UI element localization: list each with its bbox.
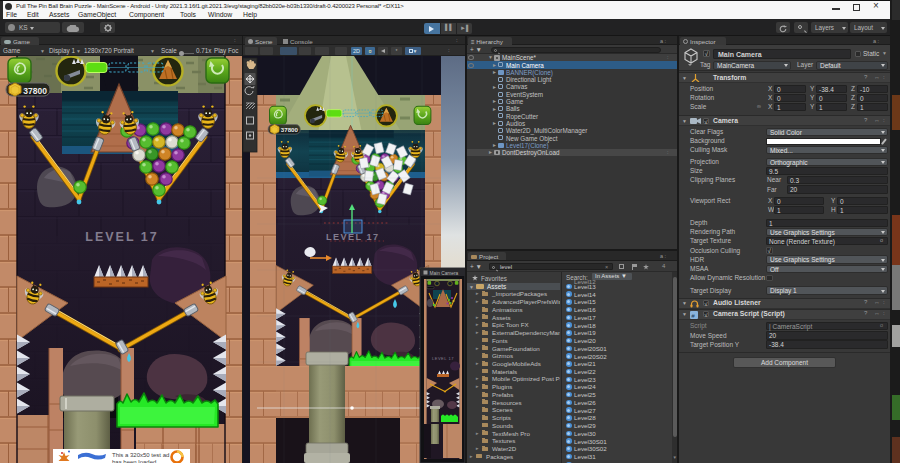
svg-text:#: # [691, 312, 695, 319]
svg-text:LEVEL 17: LEVEL 17 [432, 356, 454, 361]
svg-text:has been loaded: has been loaded [112, 459, 156, 463]
svg-text:This a 320x50 test ad: This a 320x50 test ad [112, 452, 169, 458]
svg-text:Main Camera: Main Camera [430, 271, 459, 276]
